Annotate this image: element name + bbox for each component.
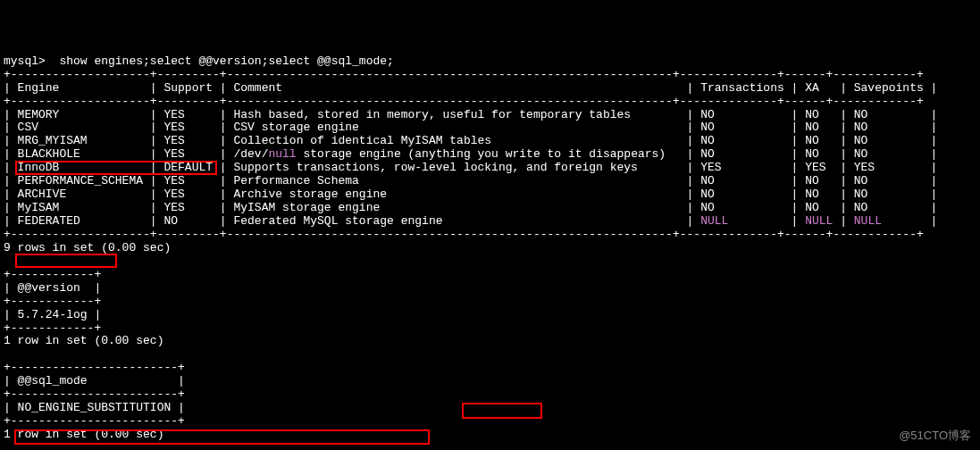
watermark: @51CTO博客 [899,429,971,443]
terminal-output: mysql> show engines;select @@version;sel… [4,55,976,450]
